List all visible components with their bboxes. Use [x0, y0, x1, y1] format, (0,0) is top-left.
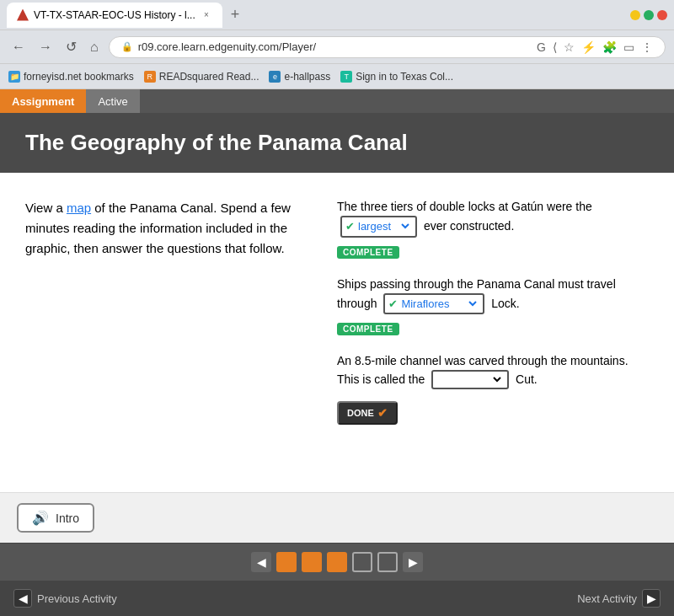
audio-bar: 🔊 Intro — [0, 492, 674, 543]
speaker-icon: 🔊 — [32, 510, 49, 526]
question-2: Ships passing through the Panama Canal m… — [337, 276, 649, 336]
question-2-complete-badge: COMPLETE — [337, 323, 399, 335]
puzzle-icon: 🧩 — [602, 40, 617, 54]
home-button[interactable]: ⌂ — [87, 38, 102, 56]
page-dot-4[interactable] — [352, 552, 372, 572]
page-title-bar: The Geography of the Panama Canal — [0, 113, 674, 173]
question-3-after: Cut. — [516, 372, 538, 386]
reload-button[interactable]: ↺ — [62, 37, 80, 56]
question-1-text: The three tiers of double locks at Gatún… — [337, 198, 649, 238]
bookmark-folder-icon: 📁 — [8, 71, 20, 83]
bookmark-forneyisd-label: forneyisd.net bookmarks — [24, 71, 134, 83]
question-2-select[interactable]: Miraflores Gatún Pedro Miguel — [398, 297, 479, 311]
window-close-button[interactable] — [657, 10, 667, 20]
browser-tab[interactable]: VT-TX-STAAR-EOC-US History - l... × — [7, 3, 222, 28]
page-dot-1[interactable] — [276, 552, 297, 572]
menu-icon: ⋮ — [641, 40, 653, 54]
question-1-complete-badge: COMPLETE — [337, 246, 399, 259]
question-1-check-icon: ✔ — [345, 218, 355, 235]
question-2-text: Ships passing through the Panama Canal m… — [337, 276, 649, 315]
previous-activity-button[interactable]: ◀ Previous Activity — [13, 589, 117, 608]
browser-titlebar: VT-TX-STAAR-EOC-US History - l... × + — [0, 0, 674, 30]
done-check-icon: ✔ — [377, 406, 388, 420]
minimize-button[interactable] — [630, 10, 640, 20]
bookmark-readsquared[interactable]: R READsquared Read... — [144, 71, 259, 83]
tab-title: VT-TX-STAAR-EOC-US History - l... — [34, 9, 195, 21]
next-arrow-icon: ▶ — [642, 589, 661, 608]
share-icon: ⟨ — [553, 40, 557, 54]
prev-arrow-icon: ◀ — [13, 589, 32, 608]
pagination-bar: ◀ ▶ — [0, 543, 674, 581]
lock-icon: 🔒 — [121, 41, 133, 52]
bookmark-forneyisd[interactable]: 📁 forneyisd.net bookmarks — [8, 71, 134, 83]
audio-intro-label: Intro — [56, 512, 79, 525]
window-controls — [630, 10, 667, 20]
question-2-check-icon: ✔ — [388, 296, 398, 313]
bookmark-texas-label: Sign in to Texas Col... — [356, 71, 453, 83]
address-bar-container: ← → ↺ ⌂ 🔒 r09.core.learn.edgenuity.com/P… — [0, 30, 674, 64]
footer-nav: ◀ Previous Activity Next Activity ▶ — [0, 581, 674, 616]
cast-icon: ▭ — [623, 40, 634, 54]
audio-intro-button[interactable]: 🔊 Intro — [17, 503, 94, 533]
app-header: Assignment Active — [0, 89, 674, 113]
pagination-prev-arrow[interactable]: ◀ — [251, 552, 271, 572]
address-bar[interactable]: 🔒 r09.core.learn.edgenuity.com/Player/ G… — [109, 36, 666, 58]
page-dot-2[interactable] — [302, 552, 322, 572]
bookmark-texas[interactable]: T Sign in to Texas Col... — [340, 71, 453, 83]
bookmark-ehallpass-label: e-hallpass — [284, 71, 330, 83]
previous-activity-label: Previous Activity — [37, 592, 117, 605]
tab-assignment[interactable]: Assignment — [0, 89, 86, 113]
page-title: The Geography of the Panama Canal — [25, 130, 649, 156]
google-icon: G — [537, 40, 546, 54]
question-1: The three tiers of double locks at Gatún… — [337, 198, 649, 259]
right-panel: The three tiers of double locks at Gatún… — [337, 198, 649, 475]
map-link[interactable]: map — [67, 201, 91, 215]
question-3: An 8.5-mile channel was carved through t… — [337, 352, 649, 425]
question-3-text: An 8.5-mile channel was carved through t… — [337, 352, 649, 389]
bookmark-ehallpass[interactable]: e e-hallpass — [269, 71, 330, 83]
tab-favicon-icon — [17, 9, 29, 21]
extension-icon: ⚡ — [581, 40, 596, 54]
intro-text-before-link: View a — [25, 201, 67, 215]
bookmark-readsquared-label: READsquared Read... — [159, 71, 259, 83]
url-text: r09.core.learn.edgenuity.com/Player/ — [138, 40, 316, 53]
bookmarks-bar: 📁 forneyisd.net bookmarks R READsquared … — [0, 64, 674, 89]
address-bar-icons: G ⟨ ☆ ⚡ 🧩 ▭ ⋮ — [537, 40, 653, 54]
done-button[interactable]: DONE ✔ — [337, 401, 398, 425]
question-3-select-wrapper: Culebra Gaillard Panama — [431, 370, 509, 389]
forward-button[interactable]: → — [35, 38, 56, 56]
bookmark-readsquared-icon: R — [144, 71, 156, 83]
question-1-select[interactable]: largest smallest widest — [355, 219, 412, 233]
new-tab-button[interactable]: + — [227, 6, 243, 24]
question-2-after: Lock. — [491, 297, 519, 310]
page-dot-3[interactable] — [327, 552, 347, 572]
done-label: DONE — [347, 408, 374, 418]
star-icon: ☆ — [564, 40, 575, 54]
next-activity-label: Next Activity — [577, 592, 637, 605]
question-1-before: The three tiers of double locks at Gatún… — [337, 200, 592, 213]
bookmark-ehallpass-icon: e — [269, 71, 281, 83]
back-button[interactable]: ← — [8, 38, 29, 56]
pagination-next-arrow[interactable]: ▶ — [403, 552, 423, 572]
question-1-select-wrapper: ✔ largest smallest widest — [340, 216, 417, 238]
tab-active[interactable]: Active — [86, 89, 139, 113]
question-3-select[interactable]: Culebra Gaillard Panama — [436, 372, 504, 387]
bookmark-texas-icon: T — [340, 71, 352, 83]
question-2-select-wrapper: ✔ Miraflores Gatún Pedro Miguel — [383, 293, 484, 315]
main-content: View a map of the Panama Canal. Spend a … — [0, 173, 674, 492]
tab-close-button[interactable]: × — [201, 9, 212, 21]
page-dot-5[interactable] — [377, 552, 398, 572]
question-1-after: ever constructed. — [424, 219, 514, 233]
next-activity-button[interactable]: Next Activity ▶ — [577, 589, 661, 608]
left-panel: View a map of the Panama Canal. Spend a … — [25, 198, 312, 475]
maximize-button[interactable] — [644, 10, 654, 20]
